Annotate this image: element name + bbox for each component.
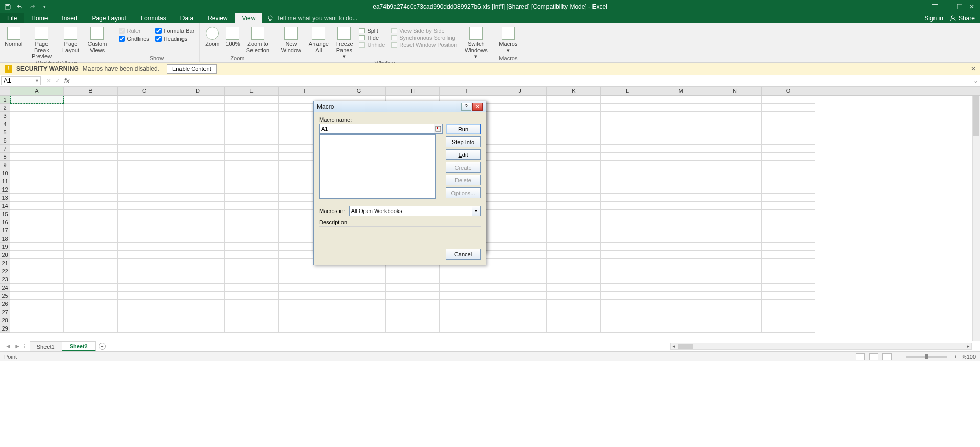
cell[interactable] <box>547 169 601 177</box>
cell[interactable] <box>654 161 708 169</box>
cell[interactable] <box>332 300 386 308</box>
cell[interactable] <box>279 284 332 292</box>
row-header[interactable]: 2 <box>0 104 10 112</box>
synchronous-scrolling-button[interactable]: Synchronous Scrolling <box>391 35 457 41</box>
cell[interactable] <box>440 292 493 300</box>
row-header[interactable]: 3 <box>0 112 10 120</box>
run-button[interactable]: Run <box>446 124 481 134</box>
cell[interactable] <box>225 96 279 104</box>
cell[interactable] <box>386 316 440 324</box>
cell[interactable] <box>10 218 64 226</box>
cell[interactable] <box>493 259 547 267</box>
cell[interactable] <box>440 316 493 324</box>
page-break-view-icon[interactable] <box>882 353 892 360</box>
cell[interactable] <box>762 259 815 267</box>
cell[interactable] <box>171 226 225 234</box>
normal-view-button[interactable]: Normal <box>3 25 24 47</box>
cell[interactable] <box>171 153 225 161</box>
cell[interactable] <box>64 136 118 145</box>
cell[interactable] <box>547 112 601 120</box>
row-header[interactable]: 18 <box>0 234 10 243</box>
tab-file[interactable]: File <box>0 13 24 23</box>
cell[interactable] <box>10 153 64 161</box>
unhide-button[interactable]: Unhide <box>359 42 385 48</box>
cell[interactable] <box>171 104 225 112</box>
cell[interactable] <box>493 218 547 226</box>
cell[interactable] <box>654 251 708 259</box>
cell[interactable] <box>64 202 118 210</box>
cell[interactable] <box>654 243 708 251</box>
cell[interactable] <box>10 234 64 243</box>
cell[interactable] <box>601 275 654 284</box>
cell[interactable] <box>10 145 64 153</box>
cell[interactable] <box>10 226 64 234</box>
cell[interactable] <box>762 218 815 226</box>
cell[interactable] <box>64 267 118 275</box>
cell[interactable] <box>10 161 64 169</box>
cell[interactable] <box>118 324 171 333</box>
cell[interactable] <box>171 96 225 104</box>
cell[interactable] <box>762 185 815 194</box>
cell[interactable] <box>386 300 440 308</box>
cell[interactable] <box>118 284 171 292</box>
cell[interactable] <box>547 120 601 128</box>
column-header[interactable]: C <box>118 87 171 95</box>
cell[interactable] <box>118 308 171 316</box>
cell[interactable] <box>64 300 118 308</box>
cell[interactable] <box>601 120 654 128</box>
cell[interactable] <box>118 120 171 128</box>
cell[interactable] <box>225 292 279 300</box>
cell[interactable] <box>708 185 762 194</box>
cell[interactable] <box>708 169 762 177</box>
cell[interactable] <box>601 218 654 226</box>
dialog-help-button[interactable]: ? <box>461 103 471 111</box>
split-button[interactable]: Split <box>359 28 385 34</box>
cell[interactable] <box>547 210 601 218</box>
cell[interactable] <box>601 308 654 316</box>
cell[interactable] <box>547 324 601 333</box>
cell[interactable] <box>171 202 225 210</box>
cell[interactable] <box>64 120 118 128</box>
cell[interactable] <box>171 194 225 202</box>
hide-button[interactable]: Hide <box>359 35 385 41</box>
cell[interactable] <box>547 96 601 104</box>
cell[interactable] <box>654 292 708 300</box>
cell[interactable] <box>601 267 654 275</box>
cell[interactable] <box>762 120 815 128</box>
cell[interactable] <box>654 177 708 185</box>
cell[interactable] <box>10 194 64 202</box>
row-header[interactable]: 9 <box>0 161 10 169</box>
cell[interactable] <box>601 210 654 218</box>
zoom-in-icon[interactable]: + <box>954 354 957 360</box>
cell[interactable] <box>171 243 225 251</box>
cell[interactable] <box>332 275 386 284</box>
cell[interactable] <box>225 210 279 218</box>
cell[interactable] <box>118 104 171 112</box>
cell[interactable] <box>10 128 64 136</box>
cell[interactable] <box>708 308 762 316</box>
cell[interactable] <box>762 194 815 202</box>
cell[interactable] <box>10 316 64 324</box>
cell[interactable] <box>601 234 654 243</box>
cell[interactable] <box>708 96 762 104</box>
cell[interactable] <box>708 218 762 226</box>
cell[interactable] <box>654 202 708 210</box>
cell[interactable] <box>654 104 708 112</box>
cell[interactable] <box>601 112 654 120</box>
cell[interactable] <box>118 153 171 161</box>
row-header[interactable]: 14 <box>0 202 10 210</box>
cell[interactable] <box>601 292 654 300</box>
cell[interactable] <box>10 120 64 128</box>
column-header[interactable]: E <box>225 87 279 95</box>
cell[interactable] <box>10 308 64 316</box>
cell[interactable] <box>601 202 654 210</box>
cell[interactable] <box>10 292 64 300</box>
cell[interactable] <box>440 275 493 284</box>
column-header[interactable]: J <box>493 87 547 95</box>
tab-home[interactable]: Home <box>24 13 55 23</box>
cell[interactable] <box>493 275 547 284</box>
cell[interactable] <box>547 267 601 275</box>
cell[interactable] <box>654 218 708 226</box>
cell[interactable] <box>547 185 601 194</box>
cell[interactable] <box>171 128 225 136</box>
